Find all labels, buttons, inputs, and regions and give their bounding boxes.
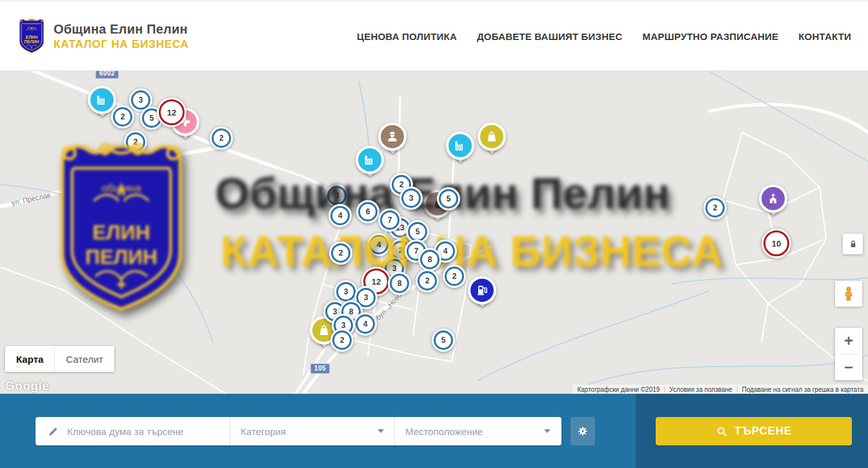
caret-down-icon — [378, 429, 384, 433]
site-title: Община Елин Пелин — [54, 22, 189, 37]
brand-text: Община Елин Пелин КАТАЛОГ НА БИЗНЕСА — [54, 22, 189, 51]
cluster-marker-2[interactable]: 2 — [111, 105, 134, 128]
church-icon — [766, 192, 780, 206]
fuel-pin-marker[interactable] — [468, 276, 496, 314]
zoom-out-button[interactable]: − — [835, 354, 862, 380]
category-select[interactable]: Категория — [230, 417, 394, 445]
zoom-control: + − — [835, 328, 862, 380]
cluster-marker-3[interactable]: 3 — [399, 187, 423, 210]
search-button[interactable]: ТЪРСЕНЕ — [656, 417, 852, 445]
bag-icon — [317, 323, 331, 338]
fuel-icon — [475, 283, 489, 298]
nav-item-route-schedule[interactable]: МАРШРУТНО РАЗПИСАНИЕ — [642, 31, 778, 42]
main-nav: ЦЕНОВА ПОЛИТИКА ДОБАВЕТЕ ВАШИЯТ БИЗНЕС М… — [357, 31, 868, 42]
cluster-marker-2[interactable]: 2 — [329, 241, 352, 265]
map-type-control: Карта Сателит — [5, 346, 114, 372]
search-bar: Категория Местоположение ТЪРСЕНЕ — [0, 394, 868, 468]
factory-pin-marker[interactable] — [446, 132, 474, 169]
site-subtitle: КАТАЛОГ НА БИЗНЕСА — [54, 38, 189, 51]
road-badge-6002: 6002 — [96, 71, 119, 79]
attribution-terms-link[interactable]: Условия за ползване — [665, 386, 736, 393]
keyword-input[interactable] — [67, 426, 221, 437]
cluster-marker-8[interactable]: 8 — [388, 272, 411, 295]
factory-pin-marker[interactable] — [356, 146, 384, 183]
cluster-marker-2[interactable]: 2 — [210, 127, 233, 150]
keyword-field-wrap — [35, 417, 230, 445]
nav-item-add-business[interactable]: ДОБАВЕТЕ ВАШИЯТ БИЗНЕС — [477, 31, 622, 42]
cluster-marker-4[interactable]: 4 — [328, 204, 352, 227]
search-input-group: Категория Местоположение — [35, 417, 561, 445]
zoom-in-button[interactable]: + — [835, 328, 862, 354]
pencil-icon — [47, 425, 59, 438]
lock-icon — [847, 238, 859, 250]
business-catalog-page: община ЕЛИН ПЕЛИН Община Елин Пелин КАТА… — [0, 0, 868, 468]
attribution-report-link[interactable]: Подаване на сигнал за грешка в картата — [738, 386, 868, 393]
cluster-marker-5[interactable]: 5 — [437, 187, 460, 210]
logo-emblem-top-text: община — [28, 26, 36, 29]
church-pin-marker[interactable] — [759, 185, 787, 222]
cluster-marker-12[interactable]: 12 — [157, 97, 187, 127]
site-header: община ЕЛИН ПЕЛИН Община Елин Пелин КАТА… — [0, 0, 868, 71]
factory-icon — [453, 139, 467, 153]
cluster-marker-2[interactable]: 2 — [416, 269, 439, 292]
municipality-logo-icon: община ЕЛИН ПЕЛИН — [17, 18, 46, 55]
search-icon — [716, 425, 728, 438]
caret-down-icon — [544, 429, 550, 433]
nav-item-contacts[interactable]: КОНТАКТИ — [798, 31, 851, 42]
map-type-satellite-button[interactable]: Сателит — [54, 346, 114, 372]
cluster-marker-2[interactable]: 2 — [703, 196, 727, 219]
nav-item-pricing[interactable]: ЦЕНОВА ПОЛИТИКА — [357, 31, 457, 42]
bag-icon — [485, 130, 499, 144]
attribution-data: Картографски данни ©2019 — [572, 386, 664, 393]
advanced-search-button[interactable] — [570, 417, 595, 445]
cluster-marker-6[interactable]: 6 — [356, 200, 379, 223]
location-select-value: Местоположение — [405, 426, 544, 437]
cluster-marker-4[interactable]: 4 — [367, 233, 390, 256]
gear-icon — [576, 425, 589, 438]
location-select[interactable]: Местоположение — [394, 417, 561, 445]
cluster-marker-2[interactable]: 2 — [124, 130, 147, 154]
google-map[interactable]: 231342326002105ул. Преславбул. „Новоселц… — [0, 71, 868, 394]
cluster-marker-2[interactable]: 2 — [330, 329, 354, 352]
logo-emblem-name1: ЕЛИН — [26, 34, 38, 39]
map-type-map-button[interactable]: Карта — [5, 346, 54, 372]
map-attribution: Картографски данни ©2019 Условия за полз… — [572, 385, 868, 394]
cluster-marker-4[interactable]: 4 — [354, 312, 377, 336]
street-view-pegman-button[interactable] — [835, 281, 862, 307]
cluster-marker-7[interactable]: 7 — [378, 209, 401, 232]
pegman-icon — [840, 285, 857, 302]
category-select-value: Категория — [241, 426, 378, 437]
bag-pin-marker[interactable] — [478, 123, 506, 160]
search-button-label: ТЪРСЕНЕ — [734, 425, 792, 438]
fullscreen-lock-button[interactable] — [843, 234, 863, 254]
cluster-marker-8[interactable]: 8 — [418, 248, 441, 271]
factory-icon — [363, 153, 377, 167]
cluster-marker-5[interactable]: 5 — [432, 329, 455, 352]
cluster-marker-2[interactable]: 2 — [443, 265, 466, 288]
cluster-marker-10[interactable]: 10 — [762, 229, 791, 258]
factory-icon — [95, 93, 109, 107]
logo-emblem-name2: ПЕЛИН — [24, 39, 39, 44]
site-brand[interactable]: община ЕЛИН ПЕЛИН Община Елин Пелин КАТА… — [0, 18, 189, 55]
road-badge-105: 105 — [310, 363, 330, 374]
worker-icon — [385, 130, 399, 144]
google-logo[interactable]: Google — [5, 379, 49, 393]
